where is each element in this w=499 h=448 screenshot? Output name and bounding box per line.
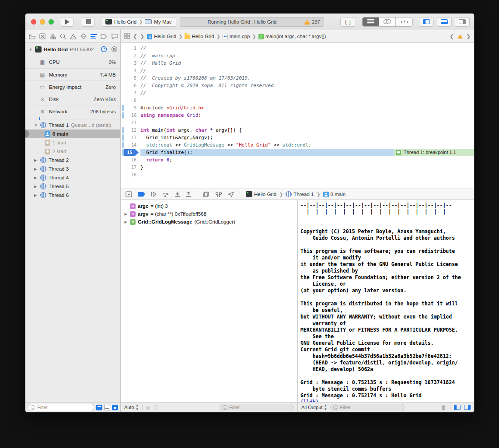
disclosure-triangle-icon[interactable]: ▶: [124, 212, 128, 216]
clear-console-icon[interactable]: 🗑: [441, 404, 447, 411]
inspector-toggle-button[interactable]: [455, 17, 470, 27]
code-line[interactable]: 2// main.cpp: [121, 52, 474, 60]
thread-row[interactable]: ▼Thread 1Queue:...d (serial): [25, 121, 120, 130]
line-number-gutter[interactable]: 8: [121, 97, 140, 104]
navigator-filter-field[interactable]: Filter: [28, 404, 94, 411]
line-number-gutter[interactable]: 17: [121, 164, 140, 171]
thread-row[interactable]: ▶Thread 5: [25, 182, 120, 191]
code-line[interactable]: 17}: [121, 164, 474, 171]
standard-editor-button[interactable]: [363, 18, 379, 26]
library-button[interactable]: { }: [340, 17, 356, 27]
stack-frame-row[interactable]: ✸1 start: [25, 138, 120, 147]
disclosure-triangle-icon[interactable]: ▶: [34, 158, 38, 162]
source-control-navigator-icon[interactable]: [39, 33, 46, 40]
code-line[interactable]: 3// Hello Grid: [121, 60, 474, 67]
variable-row[interactable]: Aargc= (int) 3: [124, 202, 297, 210]
step-into-button[interactable]: [175, 192, 180, 197]
disclosure-triangle-icon[interactable]: ▼: [29, 48, 33, 52]
line-number-gutter[interactable]: 16: [121, 156, 140, 164]
jump-bar-item[interactable]: ++main.cpp: [223, 34, 250, 39]
gauge-row-disk[interactable]: ⊙DiskZero KB/s: [25, 93, 120, 105]
debug-area-toggle-button[interactable]: [437, 17, 452, 27]
code-line[interactable]: 12int main(int argc, char * argv[]) {: [121, 126, 474, 134]
breakpoints-toggle-button[interactable]: [138, 192, 145, 197]
console-output-dropdown[interactable]: All Output ▲▼: [301, 403, 327, 411]
line-number-gutter[interactable]: 10: [121, 112, 140, 119]
variables-view[interactable]: Aargc= (int) 3▶Aargv= (char **) 0x7ffeef…: [121, 200, 298, 402]
code-line[interactable]: 6// Copyright © 2019 sopa. All rights re…: [121, 82, 474, 89]
gauge-row-cpu[interactable]: ▣CPU0%: [25, 56, 120, 68]
quicklook-eye-icon[interactable]: ◎: [146, 405, 150, 410]
disclosure-triangle-icon[interactable]: ▶: [34, 185, 38, 189]
code-line[interactable]: 10using namespace Grid;: [121, 112, 474, 119]
zoom-window-button[interactable]: [49, 19, 54, 24]
line-number-gutter[interactable]: 13: [121, 134, 140, 141]
test-navigator-icon[interactable]: [80, 33, 87, 40]
debug-breadcrumb-item[interactable]: Thread 1: [286, 191, 314, 197]
thread-row[interactable]: ▶Thread 3: [25, 164, 120, 173]
line-number-gutter[interactable]: 9: [121, 104, 140, 112]
line-number-gutter[interactable]: 3: [121, 60, 140, 67]
variables-pane-toggle[interactable]: [454, 405, 461, 410]
code-line[interactable]: 18: [121, 171, 474, 178]
source-editor[interactable]: 1//2// main.cpp3// Hello Grid4//5// Crea…: [121, 43, 474, 189]
memory-graph-button[interactable]: [215, 192, 222, 197]
hide-debug-area-button[interactable]: [126, 191, 132, 197]
simulate-location-button[interactable]: [228, 192, 234, 197]
console-pane-toggle[interactable]: [464, 405, 471, 410]
disclosure-triangle-icon[interactable]: ▶: [34, 176, 38, 180]
line-number-gutter[interactable]: 15: [121, 149, 140, 156]
thread-row[interactable]: ▶Thread 6: [25, 191, 120, 200]
code-line[interactable]: 16 return 0;: [121, 156, 474, 164]
continue-button[interactable]: [151, 192, 157, 197]
disclosure-triangle-icon[interactable]: ▶: [34, 193, 38, 197]
debug-navigator-icon[interactable]: [90, 33, 98, 40]
symbol-navigator-icon[interactable]: [49, 33, 56, 40]
warning-icon[interactable]: [457, 34, 463, 38]
assistant-editor-button[interactable]: [379, 18, 396, 26]
go-back-button[interactable]: ❮: [133, 33, 137, 39]
line-number-gutter[interactable]: 5: [121, 74, 140, 82]
code-line[interactable]: 15 Grid_finalize();Thread 1: breakpoint …: [121, 149, 474, 156]
code-line[interactable]: 7//: [121, 89, 474, 97]
gauge-row-energy-impact[interactable]: ▭Energy ImpactZero: [25, 80, 120, 93]
gauge-row-memory[interactable]: ▤Memory7.4 MB: [25, 68, 120, 80]
code-line[interactable]: 1//: [121, 45, 474, 52]
line-number-gutter[interactable]: 6: [121, 82, 140, 89]
project-navigator-icon[interactable]: [28, 33, 36, 40]
navigator-toggle-button[interactable]: [419, 17, 434, 27]
line-number-gutter[interactable]: 4: [121, 67, 140, 74]
variables-filter-field[interactable]: Filter: [220, 404, 294, 411]
view-hierarchy-button[interactable]: [203, 192, 209, 197]
close-window-button[interactable]: [31, 19, 36, 24]
next-issue-button[interactable]: ❯: [466, 33, 471, 39]
code-line[interactable]: 9#include <Grid/Grid.h>: [121, 104, 474, 112]
debug-breadcrumb-item[interactable]: Hello Grid: [246, 191, 276, 197]
disclosure-triangle-icon[interactable]: ▶: [34, 167, 38, 171]
jump-bar-item[interactable]: fmain(int argc, char * argv[]): [258, 34, 326, 39]
code-line[interactable]: 11: [121, 119, 474, 126]
variables-scope-dropdown[interactable]: Auto ▲▼: [124, 403, 139, 411]
stack-frame-row[interactable]: ✸2 start: [25, 147, 120, 156]
find-navigator-icon[interactable]: [59, 33, 67, 40]
breakpoint-navigator-icon[interactable]: [101, 33, 108, 40]
lldb-prompt[interactable]: (lldb): [300, 399, 474, 402]
view-by-thread-icon[interactable]: [104, 405, 110, 410]
view-process-icon[interactable]: [111, 46, 118, 53]
console-output[interactable]: --|--|--|--|--|--|--|--|--|--|--|--|--|-…: [298, 200, 474, 402]
view-by-queue-icon[interactable]: [112, 405, 118, 410]
info-icon[interactable]: ⓘ: [154, 404, 158, 411]
jump-bar-item[interactable]: Hello Grid: [185, 34, 214, 39]
variable-row[interactable]: ▶Aargv= (char **) 0x7ffeefbff568: [124, 210, 297, 218]
console-filter-field[interactable]: Filter: [330, 404, 405, 411]
activity-viewer[interactable]: Running Hello Grid : Hello Grid 237: [180, 17, 324, 27]
disclosure-triangle-icon[interactable]: ▶: [124, 220, 128, 224]
line-number-gutter[interactable]: 18: [121, 171, 140, 178]
disclosure-triangle-icon[interactable]: ▼: [34, 123, 38, 127]
step-over-button[interactable]: [162, 192, 169, 197]
code-line[interactable]: 14 std::cout << GridLogMessage << "Hello…: [121, 141, 474, 149]
gauge-row-network[interactable]: ⊕Network208 bytes/s: [25, 105, 120, 117]
line-number-gutter[interactable]: 2: [121, 52, 140, 60]
line-number-gutter[interactable]: 11: [121, 119, 140, 126]
report-navigator-icon[interactable]: [111, 33, 118, 40]
